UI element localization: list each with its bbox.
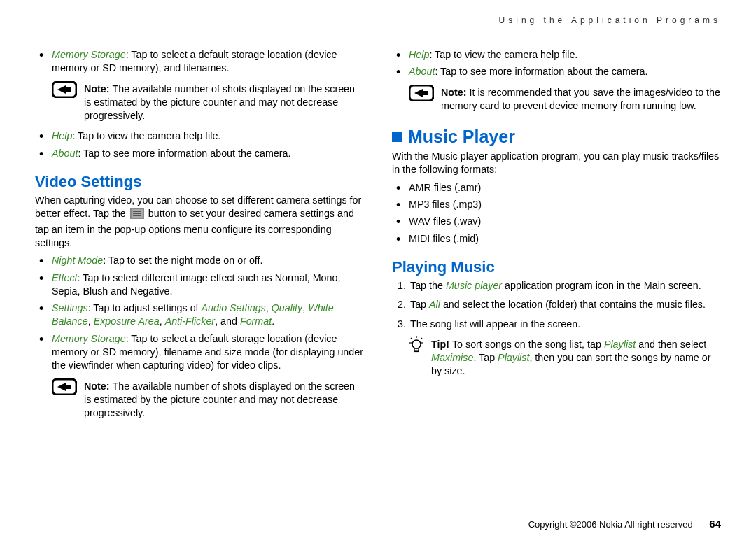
term: Night Mode bbox=[52, 255, 103, 266]
text: and then select bbox=[636, 339, 706, 350]
list-text: : Tap to see more information about the … bbox=[78, 148, 290, 159]
note-body: The available number of shots displayed … bbox=[84, 83, 355, 122]
left-column: Memory Storage: Tap to select a default … bbox=[35, 45, 364, 427]
note-label: Note: bbox=[441, 87, 470, 98]
term: Help bbox=[52, 130, 72, 141]
paragraph: When capturing video, you can choose to … bbox=[35, 194, 364, 250]
list-text: : Tap to view the camera help file. bbox=[72, 130, 220, 141]
svg-rect-4 bbox=[133, 211, 141, 212]
note: Note: The available number of shots disp… bbox=[35, 380, 364, 420]
term: Maximise bbox=[431, 352, 473, 363]
term: Effect bbox=[52, 272, 78, 283]
list-text: : Tap to see more information about the … bbox=[435, 66, 648, 77]
lightbulb-icon bbox=[409, 336, 424, 356]
page-number: 64 bbox=[709, 518, 721, 530]
term: Anti-Flicker bbox=[165, 316, 216, 327]
list-item: WAV files (.wav) bbox=[409, 215, 721, 228]
chapter-header: Using the Application Programs bbox=[499, 15, 721, 25]
format-list: AMR files (.amr) MP3 files (.mp3) WAV fi… bbox=[392, 181, 721, 246]
svg-line-12 bbox=[411, 338, 412, 339]
section-heading-video-settings: Video Settings bbox=[35, 173, 364, 191]
term: Quality bbox=[272, 302, 303, 313]
svg-line-13 bbox=[421, 338, 422, 339]
text: application program icon in the Main scr… bbox=[502, 280, 701, 291]
note-arrow-icon bbox=[52, 81, 77, 100]
term: Format bbox=[240, 316, 272, 327]
list-item: Tap All and select the location (folder)… bbox=[409, 298, 721, 311]
svg-rect-5 bbox=[133, 213, 141, 214]
section-heading-playing-music: Playing Music bbox=[392, 258, 721, 276]
note-body: The available number of shots displayed … bbox=[84, 381, 355, 419]
text: . bbox=[272, 316, 274, 327]
list-item: MP3 files (.mp3) bbox=[409, 198, 721, 211]
square-bullet-icon bbox=[392, 132, 402, 142]
text: : Tap to adjust settings of bbox=[88, 302, 202, 313]
text: To sort songs on the song list, tap bbox=[452, 339, 604, 350]
heading-text: Music Player bbox=[408, 127, 515, 146]
right-column: Help: Tap to view the camera help file. … bbox=[392, 45, 721, 427]
term: About bbox=[52, 148, 78, 159]
list-item: About: Tap to see more information about… bbox=[409, 65, 721, 78]
term: Help bbox=[409, 49, 429, 60]
text: Tap bbox=[410, 299, 429, 310]
svg-marker-8 bbox=[57, 383, 71, 391]
list-item: Memory Storage: Tap to select a default … bbox=[52, 48, 364, 76]
list-item: The song list will appear in the screen. bbox=[409, 318, 721, 331]
list-item: Effect: Tap to select different image ef… bbox=[52, 271, 364, 299]
note-body: It is recommended that you save the imag… bbox=[441, 87, 720, 111]
text: . Tap bbox=[473, 352, 498, 363]
svg-rect-6 bbox=[133, 215, 141, 216]
numbered-steps: Tap the Music player application program… bbox=[392, 279, 721, 331]
list-item: MIDI files (.mid) bbox=[409, 232, 721, 246]
list-item: AMR files (.amr) bbox=[409, 181, 721, 194]
text: , and bbox=[215, 316, 240, 327]
list-item: Memory Storage: Tap to select a default … bbox=[52, 332, 364, 373]
term: Playlist bbox=[498, 352, 529, 363]
svg-marker-10 bbox=[414, 89, 428, 97]
note-arrow-icon bbox=[52, 378, 77, 397]
copyright-text: Copyright ©2006 Nokia All right reserved bbox=[528, 519, 693, 530]
term: Memory Storage bbox=[52, 49, 126, 60]
bullet-list: Night Mode: Tap to set the night mode on… bbox=[35, 254, 364, 372]
menu-button-icon bbox=[130, 208, 144, 222]
term: Audio Settings bbox=[202, 302, 266, 313]
list-item: Help: Tap to view the camera help file. bbox=[52, 129, 364, 143]
term: Settings bbox=[52, 302, 88, 313]
svg-marker-1 bbox=[57, 85, 71, 94]
term: About bbox=[409, 66, 435, 77]
list-item: Tap the Music player application program… bbox=[409, 279, 721, 292]
term: Music player bbox=[446, 280, 502, 291]
note-label: Note: bbox=[84, 381, 113, 392]
term: All bbox=[429, 299, 440, 310]
term: Playlist bbox=[604, 339, 636, 350]
list-item: Settings: Tap to adjust settings of Audi… bbox=[52, 302, 364, 329]
svg-point-16 bbox=[412, 340, 421, 348]
note-arrow-icon bbox=[409, 85, 434, 104]
section-heading-music-player: Music Player bbox=[392, 127, 721, 147]
list-text: : Tap to view the camera help file. bbox=[429, 49, 578, 60]
list-text: : Tap to set the night mode on or off. bbox=[103, 255, 262, 266]
note: Note: It is recommended that you save th… bbox=[392, 86, 721, 113]
term: Memory Storage bbox=[52, 333, 126, 344]
bullet-list: Help: Tap to view the camera help file. … bbox=[35, 129, 364, 160]
list-item: Help: Tap to view the camera help file. bbox=[409, 48, 721, 62]
page-footer: Copyright ©2006 Nokia All right reserved… bbox=[528, 518, 721, 530]
svg-rect-17 bbox=[414, 348, 419, 351]
text: Tap the bbox=[410, 280, 446, 291]
tip: Tip! To sort songs on the song list, tap… bbox=[392, 338, 721, 378]
note-label: Note: bbox=[84, 83, 113, 94]
list-item: About: Tap to see more information about… bbox=[52, 147, 364, 160]
list-item: Night Mode: Tap to set the night mode on… bbox=[52, 254, 364, 267]
paragraph: With the Music player application progra… bbox=[392, 150, 721, 177]
tip-label: Tip! bbox=[431, 339, 452, 350]
list-text: : Tap to select different image effect s… bbox=[52, 272, 340, 297]
bullet-list: Help: Tap to view the camera help file. … bbox=[392, 48, 721, 79]
term: Exposure Area bbox=[94, 316, 160, 327]
bullet-list: Memory Storage: Tap to select a default … bbox=[35, 48, 364, 76]
text: and select the location (folder) that co… bbox=[440, 299, 706, 310]
note: Note: The available number of shots disp… bbox=[35, 83, 364, 123]
